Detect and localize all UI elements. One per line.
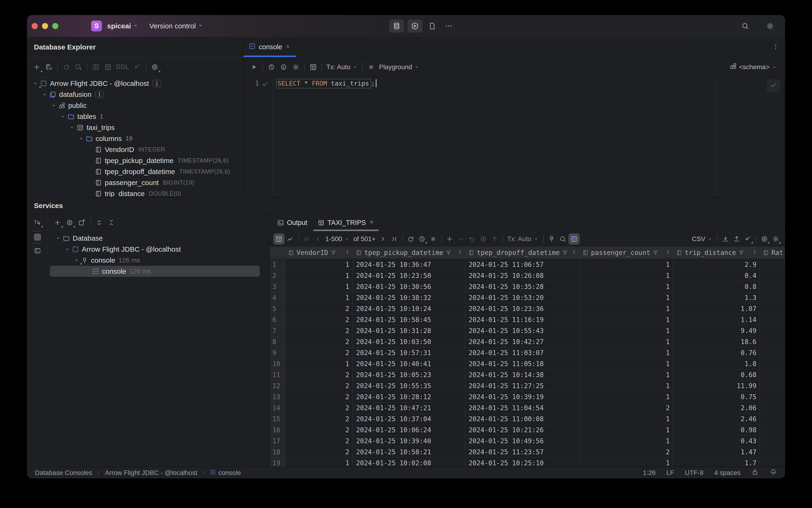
cell[interactable]: 2	[285, 403, 353, 414]
last-page-button[interactable]	[389, 234, 400, 245]
run-button[interactable]	[248, 61, 260, 73]
table-row[interactable]: 922024-01-25 10:57:312024-01-25 11:03:07…	[270, 347, 785, 358]
cell[interactable]: 1	[285, 259, 353, 270]
tab-taxi-trips[interactable]: TAXI_TRIPS	[312, 214, 379, 231]
cell[interactable]: 2024-01-25 10:38:32	[353, 292, 465, 303]
cell[interactable]: 1.8	[673, 358, 760, 369]
cell[interactable]: 2024-01-25 10:36:47	[353, 259, 465, 270]
breadcrumb-datasource[interactable]: Arrow Flight JDBC - @localhost	[105, 469, 197, 476]
cell-rate-clipped[interactable]	[760, 414, 785, 424]
cell[interactable]: 2024-01-25 10:55:43	[465, 325, 580, 336]
console-settings-button[interactable]	[290, 61, 302, 73]
chevron-down-icon[interactable]	[54, 235, 62, 241]
scroll-to-source-button[interactable]	[131, 61, 143, 73]
cell[interactable]: 2	[285, 447, 353, 458]
refresh-button[interactable]	[60, 61, 73, 73]
cell[interactable]: 2024-01-25 10:37:04	[353, 414, 465, 424]
datasource-properties-button[interactable]	[43, 61, 55, 73]
cell[interactable]: 2024-01-25 11:16:19	[465, 314, 580, 325]
line-separator-widget[interactable]: LF	[667, 469, 674, 476]
close-window-button[interactable]	[32, 23, 38, 29]
cell[interactable]: 2024-01-25 10:14:38	[465, 369, 580, 380]
open-in-new-tab-button[interactable]	[76, 216, 88, 229]
cell[interactable]: 1	[285, 281, 353, 292]
delete-row-button[interactable]	[455, 234, 466, 245]
breadcrumb-database-consoles[interactable]: Database Consoles	[35, 469, 92, 476]
tree-item-taxi-trips[interactable]: taxi_trips	[27, 122, 243, 133]
table-row[interactable]: 112024-01-25 10:36:472024-01-25 11:06:57…	[270, 259, 785, 270]
cell[interactable]: 2024-01-25 11:23:57	[465, 447, 580, 458]
cell-rate-clipped[interactable]	[760, 325, 785, 336]
cell[interactable]: 1	[580, 336, 673, 347]
first-page-button[interactable]	[301, 234, 312, 245]
cell[interactable]: 2	[580, 403, 673, 414]
parameters-button[interactable]: p	[277, 61, 290, 73]
cell[interactable]: 0.98	[673, 424, 760, 435]
indent-widget[interactable]: 4 spaces	[714, 469, 740, 476]
column-header-passenger_count[interactable]: passenger_count	[580, 247, 673, 259]
cell[interactable]: 1.47	[673, 447, 760, 458]
export-button[interactable]	[731, 234, 742, 245]
cell-rate-clipped[interactable]	[760, 458, 785, 467]
edit-as-table-button[interactable]	[742, 234, 754, 245]
column-header-vendorid[interactable]: VendorID	[285, 247, 353, 259]
tree-item-arrow-flight-jdbc-localhost[interactable]: Arrow Flight JDBC - @localhost1	[27, 78, 243, 89]
cell[interactable]: 2024-01-25 11:06:57	[465, 259, 580, 270]
cell[interactable]: 2024-01-25 11:27:25	[465, 380, 580, 391]
tree-item-tpep-pickup-datetime[interactable]: tpep_pickup_datetimeTIMESTAMP(26,6)	[27, 155, 243, 166]
cell[interactable]: 1	[285, 292, 353, 303]
revert-button[interactable]	[466, 234, 478, 245]
cell-rate-clipped[interactable]	[760, 369, 785, 380]
cell[interactable]: 2024-01-25 10:57:31	[353, 347, 465, 358]
sort-icon[interactable]	[752, 249, 757, 257]
close-icon[interactable]	[285, 43, 291, 51]
cell[interactable]: 0.68	[673, 369, 760, 380]
cell[interactable]: 2	[285, 414, 353, 424]
tab-options-kebab-icon[interactable]	[772, 43, 779, 51]
cell[interactable]: 2	[285, 347, 353, 358]
cell[interactable]: 1	[580, 458, 673, 467]
cell[interactable]: 2024-01-25 10:47:21	[353, 403, 465, 414]
sort-icon[interactable]	[457, 249, 463, 257]
cell[interactable]: 2024-01-25 10:55:35	[353, 380, 465, 391]
cell-rate-clipped[interactable]	[760, 281, 785, 292]
encoding-widget[interactable]: UTF-8	[685, 469, 704, 476]
table-row[interactable]: 1422024-01-25 10:47:212024-01-25 11:04:5…	[270, 403, 785, 414]
cell[interactable]: 1	[580, 281, 673, 292]
chevron-down-icon[interactable]	[40, 91, 49, 97]
cell-rate-clipped[interactable]	[760, 447, 785, 458]
chevron-down-icon[interactable]	[72, 257, 81, 263]
cell-rate-clipped[interactable]	[760, 259, 785, 270]
sql-code-line[interactable]: SELECT * FROM taxi_trips;	[273, 77, 376, 197]
query-history-button[interactable]	[265, 61, 277, 73]
column-header-tpep_pickup_datetime[interactable]: tpep_pickup_datetime	[353, 247, 465, 259]
submit-button[interactable]	[489, 234, 500, 245]
grid-view-options-button[interactable]	[759, 234, 770, 245]
table-row[interactable]: 1912024-01-25 10:02:082024-01-25 10:25:1…	[270, 458, 785, 467]
cell[interactable]: 2.46	[673, 414, 760, 424]
editor-body[interactable]: 1 SELECT * FROM taxi_trips;	[243, 77, 785, 197]
settings-button[interactable]	[764, 19, 777, 33]
tree-item-datafusion[interactable]: datafusion1	[27, 89, 243, 100]
cell[interactable]: 2024-01-25 10:35:28	[465, 281, 580, 292]
cell[interactable]: 2024-01-25 10:06:24	[353, 424, 465, 435]
cell[interactable]: 2	[285, 314, 353, 325]
view-options-button[interactable]	[149, 61, 161, 73]
caret-position-widget[interactable]: 1:26	[643, 469, 656, 476]
cell[interactable]: 1	[580, 358, 673, 369]
cell[interactable]: 0.4	[673, 270, 760, 281]
project-files-button[interactable]	[426, 19, 439, 33]
cell[interactable]: 2	[285, 369, 353, 380]
cell[interactable]: 1	[580, 414, 673, 424]
cell[interactable]: 2024-01-25 11:00:08	[465, 414, 580, 424]
tx-mode-select[interactable]: Tx: Auto	[324, 61, 360, 73]
table-row[interactable]: 312024-01-25 10:30:562024-01-25 10:35:28…	[270, 281, 785, 292]
cell[interactable]: 2	[285, 435, 353, 447]
tree-item-arrow-flight-jdbc-localhost[interactable]: Arrow Flight JDBC - @localhost	[48, 244, 269, 255]
cell[interactable]: 1	[580, 424, 673, 435]
column-header-trip_distance[interactable]: trip_distance	[673, 247, 760, 259]
expand-all-button[interactable]	[93, 216, 105, 229]
cell[interactable]: 2024-01-25 10:31:28	[353, 325, 465, 336]
cell[interactable]: 2	[285, 391, 353, 403]
inspections-widget[interactable]	[767, 79, 780, 92]
